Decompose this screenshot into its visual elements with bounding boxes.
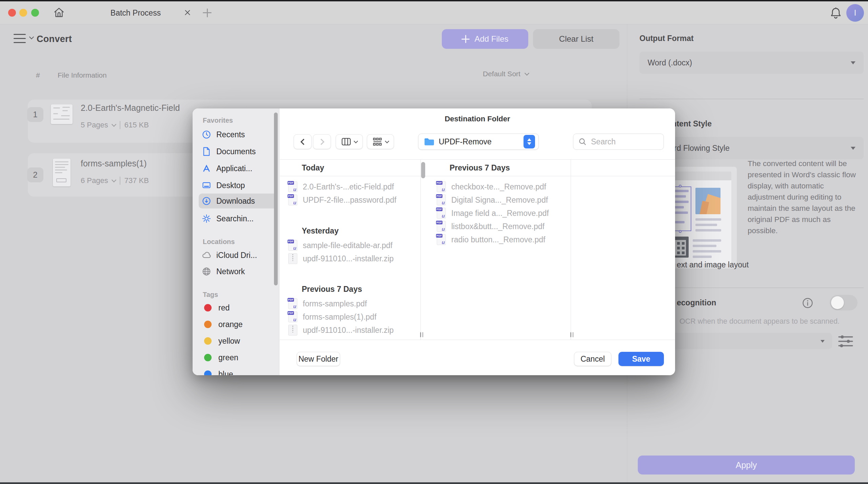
cloud-icon	[201, 250, 212, 260]
text-recognition-label: ecognition	[677, 298, 716, 307]
info-icon[interactable]	[802, 297, 814, 309]
sidebar-item-downloads-selected[interactable]: Downloads	[199, 194, 277, 208]
search-field[interactable]	[573, 134, 664, 150]
list-item[interactable]: PDFu radio button..._Remove.pdf	[437, 234, 545, 245]
sidebar-item-searching[interactable]: Searchin...	[201, 211, 275, 226]
layout-option-label: ext and image layout	[677, 260, 749, 269]
screen-bottom-edge	[0, 482, 868, 484]
sidebar-item-label: Downloads	[216, 197, 255, 206]
avatar[interactable]: I	[846, 4, 864, 22]
list-item[interactable]: PDFu 2.0-Earth's-...etic-Field.pdf	[288, 181, 394, 192]
zip-file-icon	[288, 325, 297, 336]
list-item[interactable]: PDFu UPDF-2-file...password.pdf	[288, 195, 396, 205]
list-item[interactable]: updf-911010...-installer.zip	[288, 253, 394, 264]
meta-divider	[120, 177, 120, 185]
file-thumbnail	[51, 104, 73, 124]
list-item[interactable]: PDFu Digital Signa..._Remove.pdf	[437, 195, 548, 205]
column-divider	[571, 159, 571, 340]
new-folder-button[interactable]: New Folder	[297, 352, 340, 366]
notifications-bell-icon[interactable]	[829, 6, 843, 20]
tag-blue[interactable]: blue	[204, 367, 275, 375]
forward-button[interactable]	[313, 134, 331, 149]
meta-divider	[120, 121, 120, 129]
tag-red[interactable]: red	[204, 300, 275, 315]
columns-top-border	[280, 159, 675, 160]
sidebar-menu-icon[interactable]	[14, 33, 33, 45]
chevron-left-icon	[300, 139, 307, 145]
tag-green[interactable]: green	[204, 350, 275, 365]
file-name: radio button..._Remove.pdf	[451, 235, 545, 244]
sidebar-item-label: Applicati...	[216, 164, 252, 173]
column-resize-handle[interactable]	[420, 332, 423, 337]
sidebar-item-network[interactable]: Network	[201, 264, 275, 279]
tag-yellow[interactable]: yellow	[204, 334, 275, 348]
sort-dropdown[interactable]: Default Sort	[483, 70, 529, 78]
cancel-button[interactable]: Cancel	[574, 352, 611, 366]
zoom-window-button[interactable]	[31, 9, 39, 17]
file-name: forms-samples(1)	[81, 159, 146, 168]
section-divider	[639, 99, 864, 99]
sidebar-item-applications[interactable]: Applicati...	[201, 161, 275, 176]
column-resize-handle[interactable]	[570, 332, 573, 337]
title-bar: Batch Process I	[0, 1, 868, 24]
section-header-previous-7-days: Previous 7 Days	[302, 285, 362, 294]
column-header-index: #	[36, 71, 40, 79]
list-item[interactable]: updf-911010...-installer.zip	[288, 325, 394, 336]
tag-dot-green	[204, 354, 212, 361]
clock-icon	[201, 130, 212, 139]
dropdown-arrow-icon	[851, 61, 855, 64]
output-format-select[interactable]: Word (.docx)	[639, 52, 864, 74]
back-button[interactable]	[294, 134, 312, 149]
list-item[interactable]: PDFu listbox&butt..._Remove.pdf	[437, 221, 545, 232]
home-icon[interactable]	[53, 6, 65, 19]
stepper-icon	[524, 135, 535, 148]
sidebar-item-documents[interactable]: Documents	[201, 144, 275, 159]
header-row-border	[280, 176, 675, 176]
search-input[interactable]	[590, 137, 655, 147]
column-divider	[420, 159, 421, 340]
page-count-dropdown[interactable]: 6 Pages	[81, 176, 108, 185]
sidebar-item-recents[interactable]: Recents	[201, 127, 275, 142]
list-item[interactable]: PDFu forms-samples.pdf	[288, 298, 367, 309]
list-item[interactable]: PDFu forms-samples(1).pdf	[288, 311, 376, 322]
chevron-down-icon[interactable]	[112, 178, 116, 182]
output-format-value: Word (.docx)	[648, 58, 692, 67]
sliders-settings-icon[interactable]	[837, 334, 854, 349]
gear-icon	[201, 214, 212, 223]
chevron-down-icon[interactable]	[112, 122, 116, 127]
close-window-button[interactable]	[8, 9, 16, 17]
column-view-button[interactable]	[336, 134, 363, 149]
sidebar-item-icloud[interactable]: iCloud Dri...	[201, 248, 275, 263]
column-scrollbar[interactable]	[421, 162, 425, 178]
dropdown-arrow-icon	[821, 340, 825, 343]
sidebar-item-label: Searchin...	[216, 214, 254, 223]
file-meta: 6 Pages 737 KB	[81, 176, 149, 185]
list-item[interactable]: PDFu Image field a..._Remove.pdf	[437, 208, 549, 219]
page-title: Convert	[37, 34, 72, 44]
sidebar-scrollbar[interactable]	[274, 113, 278, 285]
column-view-icon	[341, 137, 351, 146]
destination-path-select[interactable]: UPDF-Remove	[418, 134, 539, 150]
list-item[interactable]: PDFu sample-file-editable-ar.pdf	[288, 240, 393, 251]
dropdown-arrow-icon	[851, 147, 855, 150]
new-folder-label: New Folder	[298, 355, 338, 364]
page-count-dropdown[interactable]: 5 Pages	[81, 121, 108, 129]
tab-batch-process[interactable]: Batch Process	[105, 8, 166, 18]
clear-list-button[interactable]: Clear List	[533, 29, 619, 49]
file-name: forms-samples.pdf	[303, 299, 367, 308]
pdf-file-icon: PDFu	[288, 298, 297, 309]
tag-label: green	[218, 353, 238, 362]
apply-button[interactable]: Apply	[638, 456, 855, 475]
save-button[interactable]: Save	[618, 352, 664, 366]
file-name: forms-samples(1).pdf	[303, 312, 376, 322]
add-files-button[interactable]: Add Files	[442, 29, 528, 49]
text-recognition-toggle[interactable]	[830, 295, 857, 310]
group-view-button[interactable]	[367, 134, 394, 149]
tag-orange[interactable]: orange	[204, 317, 275, 332]
tab-close-icon[interactable]	[184, 9, 192, 17]
sidebar-item-desktop[interactable]: Desktop	[201, 178, 275, 193]
list-item[interactable]: PDFu checkbox-te..._Remove.pdf	[437, 181, 546, 192]
appstore-icon	[201, 164, 212, 173]
new-tab-icon[interactable]	[203, 8, 212, 17]
minimize-window-button[interactable]	[19, 9, 27, 17]
